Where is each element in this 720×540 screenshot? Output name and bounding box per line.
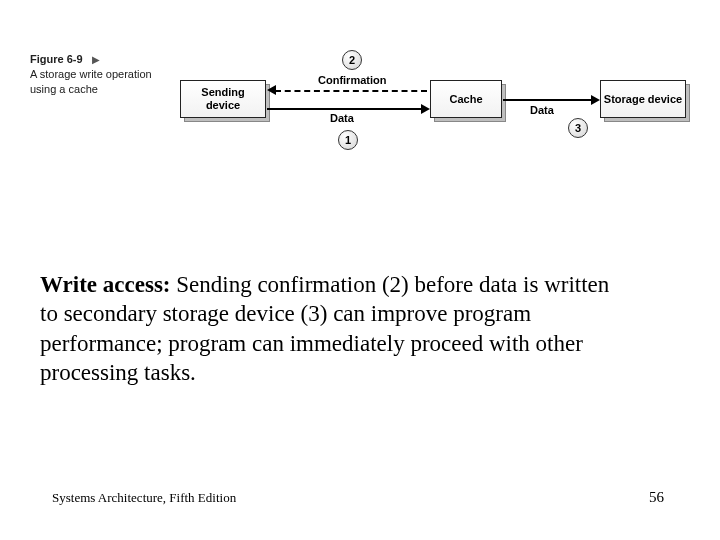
arrow-data2-head: [591, 95, 600, 105]
step-1-num: 1: [345, 134, 351, 146]
box-sending-device-label: Sending device: [180, 80, 266, 118]
label-confirmation: Confirmation: [318, 74, 386, 86]
arrow-data1-line: [267, 108, 423, 110]
step-2-num: 2: [349, 54, 355, 66]
box-sending-device: Sending device: [180, 80, 270, 122]
box-storage-device: Storage device: [600, 80, 690, 122]
body-lead: Write access:: [40, 272, 171, 297]
box-storage-device-label: Storage device: [600, 80, 686, 118]
figure-number: Figure 6-9: [30, 52, 83, 67]
diagram: Sending device Cache Storage device Conf…: [170, 52, 690, 172]
step-circle-2: 2: [342, 50, 362, 70]
figure-header: Figure 6-9 ▶ A storage write operation u…: [30, 52, 690, 172]
step-circle-1: 1: [338, 130, 358, 150]
arrow-confirmation-line: [275, 90, 427, 92]
footer-book-title: Systems Architecture, Fifth Edition: [52, 490, 236, 506]
arrow-confirmation-head: [267, 85, 276, 95]
label-data1: Data: [330, 112, 354, 124]
step-3-num: 3: [575, 122, 581, 134]
body-paragraph: Write access: Sending confirmation (2) b…: [40, 270, 630, 388]
arrow-data1-head: [421, 104, 430, 114]
label-data2: Data: [530, 104, 554, 116]
box-cache: Cache: [430, 80, 506, 122]
footer-page-number: 56: [649, 489, 664, 506]
triangle-icon: ▶: [92, 53, 100, 67]
step-circle-3: 3: [568, 118, 588, 138]
figure-caption-text: A storage write operation using a cache: [30, 68, 152, 95]
arrow-data2-line: [503, 99, 593, 101]
figure-caption-block: Figure 6-9 ▶ A storage write operation u…: [30, 52, 160, 97]
box-cache-label: Cache: [430, 80, 502, 118]
